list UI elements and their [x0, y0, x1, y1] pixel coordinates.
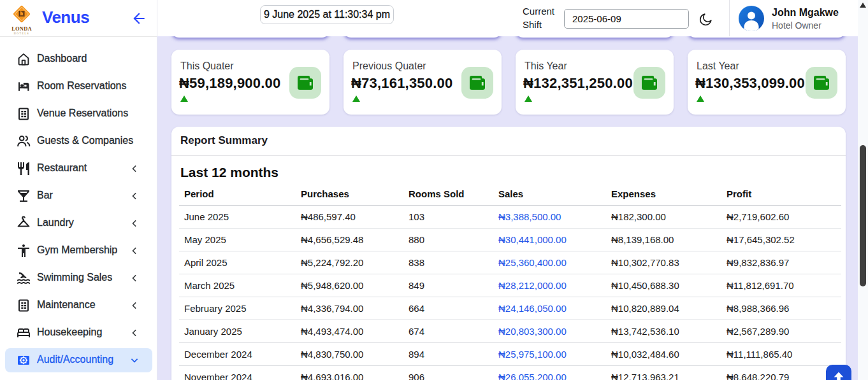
- svg-text:HOTELS: HOTELS: [14, 32, 29, 35]
- svg-text:LONDA: LONDA: [11, 25, 32, 32]
